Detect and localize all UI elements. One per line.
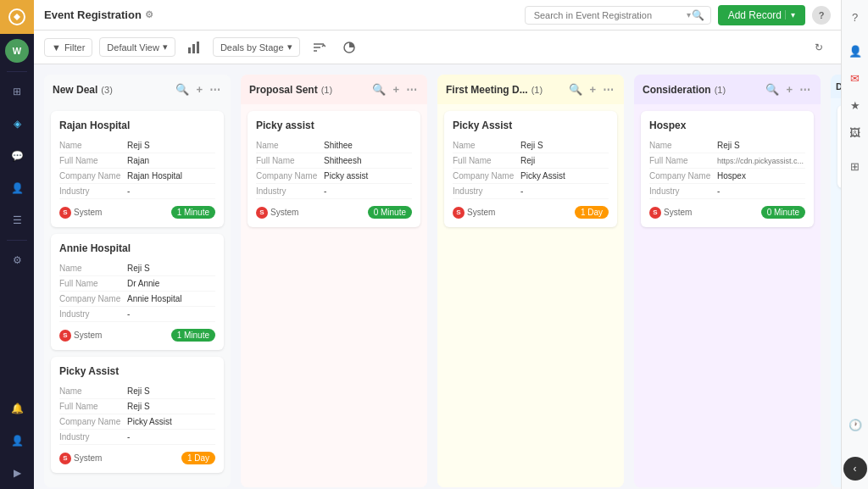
label-industry: Industry xyxy=(453,186,520,196)
label-name: Name xyxy=(256,141,324,150)
system-label: System xyxy=(74,331,102,340)
card-rajan-hospital-industry-row: Industry - xyxy=(59,184,215,199)
sidebar-contacts-icon[interactable]: 👤 xyxy=(3,175,31,202)
page-title: Event Registration ⚙ xyxy=(44,8,153,21)
column-consideration-count: (1) xyxy=(715,85,726,95)
sidebar-chat-icon[interactable]: 💬 xyxy=(3,142,31,169)
card-picky-assist-meeting-title: Picky Assist xyxy=(453,119,609,131)
system-label: System xyxy=(467,208,495,217)
label-company: Company Name xyxy=(256,171,324,181)
card-rajan-hospital-time: 1 Minute xyxy=(171,206,215,219)
column-new-deal: New Deal (3) 🔍 + ⋯ Rajan Hospital Name R… xyxy=(44,75,231,487)
title-settings-icon[interactable]: ⚙ xyxy=(145,9,153,20)
column-new-deal-more-icon[interactable]: ⋯ xyxy=(208,81,222,97)
card-picky-assist-new-name: Reji S xyxy=(127,386,150,396)
column-first-meeting-add-icon[interactable]: + xyxy=(587,81,598,97)
label-industry: Industry xyxy=(256,186,324,196)
card-annie-hospital[interactable]: Annie Hospital Name Reji S Full Name Dr … xyxy=(51,234,224,350)
card-rajan-hospital-industry: - xyxy=(127,186,130,196)
column-consideration-add-icon[interactable]: + xyxy=(784,81,794,97)
search-input[interactable] xyxy=(525,6,711,25)
column-proposal-sent-search-icon[interactable]: 🔍 xyxy=(370,81,387,97)
column-proposal-sent-title: Proposal Sent xyxy=(249,84,318,96)
right-panel-star-icon[interactable]: ★ xyxy=(843,93,867,117)
label-name: Name xyxy=(453,141,520,150)
card-rajan-hospital-fullname: Rajan xyxy=(127,156,149,165)
column-deal: Dea... Pi... Na... Fu... Co... Inc... xyxy=(831,75,841,487)
sidebar-forward-icon[interactable]: ▶ xyxy=(3,459,31,486)
column-first-meeting-more-icon[interactable]: ⋯ xyxy=(601,81,615,97)
card-hospex-name: Reji S xyxy=(717,141,740,150)
svg-rect-1 xyxy=(188,47,191,53)
column-proposal-sent-add-icon[interactable]: + xyxy=(391,81,401,97)
pie-chart-button[interactable] xyxy=(337,36,361,59)
sort-button[interactable] xyxy=(307,36,331,59)
card-picky-assist-proposal-company: Picky assist xyxy=(324,171,368,181)
column-proposal-sent-more-icon[interactable]: ⋯ xyxy=(404,81,419,97)
card-picky-assist-new-title: Picky Assist xyxy=(59,365,215,377)
right-panel-image-icon[interactable]: 🖼 xyxy=(843,120,867,144)
app-logo[interactable] xyxy=(0,0,34,34)
label-company: Company Name xyxy=(59,171,127,181)
collapse-panel-button[interactable]: ‹ xyxy=(843,457,867,481)
right-panel-grid-icon[interactable]: ⊞ xyxy=(843,154,867,178)
help-label: ? xyxy=(819,10,825,20)
label-name: Name xyxy=(59,141,127,150)
sidebar-home-icon[interactable]: ⊞ xyxy=(3,78,31,105)
system-label: System xyxy=(664,208,692,217)
card-rajan-hospital[interactable]: Rajan Hospital Name Reji S Full Name Raj… xyxy=(51,111,224,227)
group-by-button[interactable]: Deals by Stage ▾ xyxy=(213,37,300,57)
sidebar-user-icon[interactable]: 👤 xyxy=(3,427,31,454)
column-new-deal-search-icon[interactable]: 🔍 xyxy=(174,81,191,97)
card-picky-assist-meeting-name: Reji S xyxy=(520,141,543,150)
column-first-meeting: First Meeting D... (1) 🔍 + ⋯ Picky Assis… xyxy=(437,75,624,487)
system-label: System xyxy=(74,453,102,463)
svg-rect-2 xyxy=(192,44,195,53)
card-picky-assist-meeting[interactable]: Picky Assist Name Reji S Full Name Reji … xyxy=(444,111,617,227)
search-dropdown-icon[interactable]: ▾ xyxy=(687,10,691,19)
sidebar-settings-icon[interactable]: ⚙ xyxy=(3,247,31,274)
help-button[interactable]: ? xyxy=(812,6,831,25)
column-new-deal-add-icon[interactable]: + xyxy=(194,81,204,97)
sidebar-alert-icon[interactable]: 🔔 xyxy=(3,395,31,422)
sidebar-list-icon[interactable]: ☰ xyxy=(3,207,31,234)
column-consideration-header: Consideration (1) 🔍 + ⋯ xyxy=(634,75,821,104)
card-hospex[interactable]: Hospex Name Reji S Full Name https://cdn… xyxy=(641,111,814,227)
kanban-board: New Deal (3) 🔍 + ⋯ Rajan Hospital Name R… xyxy=(34,64,841,489)
system-dot: S xyxy=(453,207,465,219)
card-rajan-hospital-company: Rajan Hospital xyxy=(127,171,182,181)
column-first-meeting-header: First Meeting D... (1) 🔍 + ⋯ xyxy=(437,75,624,104)
card-picky-assist-proposal[interactable]: Picky assist Name Shithee Full Name Shit… xyxy=(248,111,420,227)
add-record-dropdown-icon[interactable]: ▾ xyxy=(785,10,795,19)
refresh-button[interactable]: ↻ xyxy=(807,36,831,59)
search-icon[interactable]: 🔍 xyxy=(692,9,704,21)
label-full-name: Full Name xyxy=(59,156,127,165)
card-picky-assist-proposal-industry: - xyxy=(324,186,326,196)
card-picky-assist-new-industry: - xyxy=(127,432,130,442)
card-picky-assist-new-time: 1 Day xyxy=(181,452,215,464)
card-annie-hospital-name: Reji S xyxy=(127,264,150,273)
label-name: Name xyxy=(59,264,127,273)
column-consideration-search-icon[interactable]: 🔍 xyxy=(764,81,781,97)
card-picky-assist-new[interactable]: Picky Assist Name Reji S Full Name Reji … xyxy=(51,357,224,473)
user-avatar[interactable]: W xyxy=(5,39,29,63)
group-label: Deals by Stage xyxy=(220,42,284,53)
right-panel-help-icon[interactable]: ? xyxy=(843,5,867,29)
right-panel-clock-icon[interactable]: 🕐 xyxy=(843,413,867,436)
right-panel-email-icon[interactable]: ✉ xyxy=(843,66,867,90)
card-annie-hospital-industry: - xyxy=(127,309,130,319)
right-panel-user-icon[interactable]: 👤 xyxy=(843,39,867,63)
column-consideration-more-icon[interactable]: ⋯ xyxy=(798,81,812,97)
label-name: Name xyxy=(649,141,717,150)
filter-button[interactable]: ▼ Filter xyxy=(44,38,92,57)
column-first-meeting-search-icon[interactable]: 🔍 xyxy=(567,81,584,97)
card-picky-assist-meeting-company-row: Company Name Picky Assist xyxy=(453,169,609,184)
default-view-button[interactable]: Default View ▾ xyxy=(99,37,175,57)
card-picky-assist-new-fullname: Reji S xyxy=(127,402,150,411)
add-record-button[interactable]: Add Record ▾ xyxy=(718,5,805,25)
view-label: Default View xyxy=(107,42,159,53)
sidebar-crm-icon[interactable]: ◈ xyxy=(3,110,31,137)
chart-toggle-button[interactable] xyxy=(182,36,206,59)
card-picky-assist-proposal-fullname-row: Full Name Shitheesh xyxy=(256,153,412,169)
card-hospex-title: Hospex xyxy=(649,119,805,131)
